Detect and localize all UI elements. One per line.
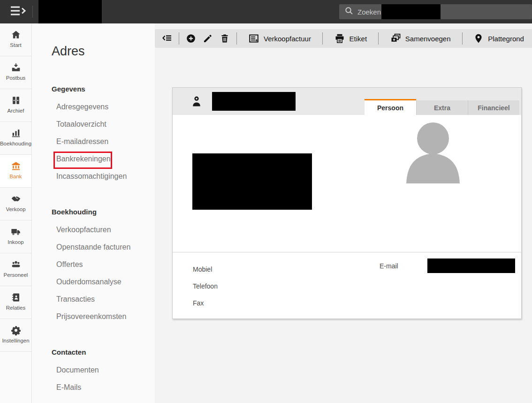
samenvoegen-label: Samenvoegen [405, 35, 451, 43]
tab-financieel[interactable]: Financieel [468, 100, 519, 115]
card-divider [173, 252, 521, 252]
nav-item-prijsovereenkomsten[interactable]: Prijsovereenkomsten [56, 308, 130, 325]
archive-icon [11, 95, 21, 106]
tab-extra[interactable]: Extra [416, 100, 468, 115]
sidebar-item-label: Boekhouding [0, 141, 31, 146]
sidebar-item-bank[interactable]: Bank [0, 155, 31, 188]
toolbar-separator [179, 32, 179, 45]
truck-icon [11, 226, 21, 237]
sidebar-item-label: Instellingen [2, 338, 29, 343]
nav-list-gegevens: Adresgegevens Totaaloverzicht E-mailadre… [56, 98, 127, 185]
nav-item-emailadressen[interactable]: E-mailadressen [56, 133, 127, 150]
nav-item-incassomachtigingen[interactable]: Incassomachtigingen [56, 167, 127, 185]
field-label-email: E-mail [380, 262, 398, 270]
sidebar-item-boekhouding[interactable]: Boekhouding [0, 122, 31, 155]
nav-item-transacties[interactable]: Transacties [56, 290, 130, 308]
redacted-app-logo [38, 0, 102, 24]
sidebar-item-label: Verkoop [6, 206, 25, 212]
search-icon [345, 7, 353, 17]
inbox-icon [11, 62, 21, 73]
toolbar-separator [378, 32, 379, 45]
nav-panel: Adres Gegevens Adresgegevens Totaaloverz… [32, 23, 155, 403]
nav-item-openstaande-facturen[interactable]: Openstaande facturen [56, 238, 130, 256]
bar-chart-icon [11, 128, 21, 138]
sidebar-item-personeel[interactable]: Personeel [0, 253, 31, 286]
tab-bar: Persoon Extra Financieel [365, 99, 519, 115]
collapse-panel-button[interactable] [159, 29, 175, 48]
search-input[interactable]: Zoeken in [339, 4, 532, 19]
avatar [399, 118, 467, 183]
redacted-email-value [427, 259, 515, 273]
verkoopfactuur-label: Verkoopfactuur [264, 35, 311, 43]
sidebar-item-archief[interactable]: Archief [0, 89, 31, 122]
plattegrond-label: Plattegrond [488, 35, 524, 43]
invoice-icon [248, 33, 259, 44]
address-book-icon [11, 292, 21, 303]
nav-item-documenten[interactable]: Documenten [56, 361, 99, 379]
sidebar-item-label: Start [10, 42, 21, 48]
sidebar-item-instellingen[interactable]: Instellingen [0, 319, 31, 352]
nav-item-ouderdomsanalyse[interactable]: Ouderdomsanalyse [56, 273, 130, 290]
etiket-button[interactable]: Etiket [326, 29, 375, 48]
trash-icon [220, 33, 230, 44]
people-icon [11, 259, 21, 270]
sidebar-item-start[interactable]: Start [0, 23, 31, 56]
collapse-list-icon [161, 33, 173, 44]
field-label-fax: Fax [193, 299, 204, 307]
sidebar-item-label: Inkoop [8, 239, 24, 245]
sidebar-item-postbus[interactable]: Postbus [0, 56, 31, 89]
plus-circle-icon [186, 33, 196, 44]
nav-list-boekhouding: Verkoopfacturen Openstaande facturen Off… [56, 221, 130, 325]
sidebar-item-label: Bank [9, 174, 22, 179]
toolbar-separator [236, 32, 237, 45]
redacted-contact-name [212, 92, 296, 111]
nav-section-boekhouding: Boekhouding [52, 208, 97, 216]
nav-section-gegevens: Gegevens [52, 85, 85, 93]
nav-item-verkoopfacturen[interactable]: Verkoopfacturen [56, 221, 130, 238]
sidebar-item-inkoop[interactable]: Inkoop [0, 221, 31, 253]
sidebar-item-label: Archief [8, 108, 24, 114]
toolbar: Verkoopfactuur Etiket [155, 29, 532, 48]
nav-item-adresgegevens[interactable]: Adresgegevens [56, 98, 127, 115]
toolbar-separator [462, 32, 463, 45]
main-region: Verkoopfactuur Etiket [155, 23, 532, 403]
plattegrond-button[interactable]: Plattegrond [465, 29, 532, 48]
samenvoegen-button[interactable]: Samenvoegen [382, 29, 459, 48]
topbar-divider [32, 6, 33, 18]
merge-icon [390, 33, 401, 44]
sidebar: Start Postbus Archief [0, 23, 32, 403]
nav-item-offertes[interactable]: Offertes [56, 256, 130, 273]
bank-icon [11, 160, 21, 171]
nav-item-bankrekeningen[interactable]: Bankrekeningen [56, 150, 127, 167]
verkoopfactuur-button[interactable]: Verkoopfactuur [240, 29, 319, 48]
contact-detail-card: Persoon Extra Financieel Mobiel Telefoon… [172, 87, 522, 319]
sidebar-item-label: Relaties [6, 305, 26, 311]
tab-persoon[interactable]: Persoon [365, 99, 416, 115]
nav-list-contacten: Documenten E-Mails [56, 361, 99, 396]
printer-icon [334, 33, 345, 44]
topbar: Zoeken in [0, 0, 532, 23]
handshake-icon [11, 193, 21, 204]
redacted-search-term [381, 4, 441, 19]
pencil-icon [203, 33, 213, 44]
map-pin-icon [473, 33, 484, 44]
toolbar-separator [322, 32, 323, 45]
menu-button[interactable] [8, 4, 29, 19]
etiket-label: Etiket [350, 35, 367, 43]
field-label-mobiel: Mobiel [193, 266, 212, 273]
redacted-address-block [192, 153, 312, 210]
contact-person-icon [192, 96, 201, 109]
add-button[interactable] [182, 29, 199, 48]
sidebar-item-label: Personeel [4, 272, 28, 278]
sidebar-item-relaties[interactable]: Relaties [0, 286, 31, 319]
nav-section-contacten: Contacten [52, 348, 86, 356]
edit-button[interactable] [199, 29, 216, 48]
sidebar-item-label: Postbus [6, 75, 26, 81]
hamburger-icon [11, 6, 26, 18]
sidebar-item-verkoop[interactable]: Verkoop [0, 188, 31, 221]
delete-button[interactable] [216, 29, 233, 48]
nav-item-totaaloverzicht[interactable]: Totaaloverzicht [56, 115, 127, 133]
gear-icon [11, 325, 21, 335]
card-header: Persoon Extra Financieel [173, 88, 521, 115]
nav-item-emails[interactable]: E-Mails [56, 379, 99, 396]
